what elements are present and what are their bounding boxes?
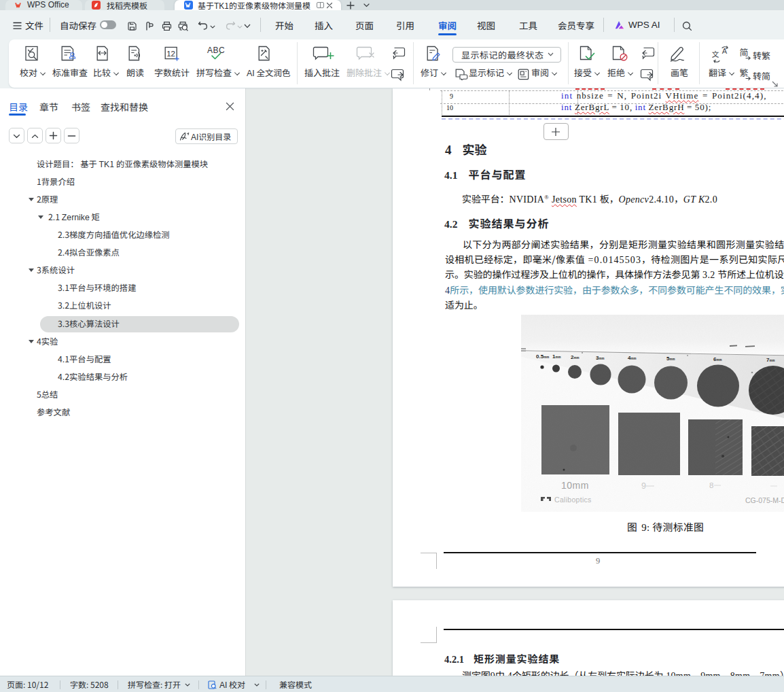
svg-text:繁: 繁 — [739, 67, 748, 79]
svg-text:ABC: ABC — [207, 46, 225, 55]
svg-text:文: 文 — [712, 48, 719, 59]
svg-text:12: 12 — [166, 50, 175, 58]
svg-text:简: 简 — [739, 46, 748, 58]
